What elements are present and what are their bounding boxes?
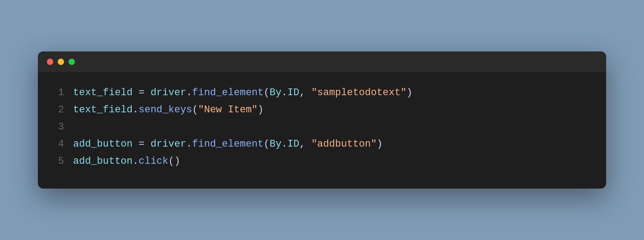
token-op: . <box>133 104 138 115</box>
code-line: 2text_field.send_keys("New Item") <box>51 102 593 119</box>
line-content: add_button = driver.find_element(By.ID, … <box>73 136 383 152</box>
token-var: text_field <box>73 104 133 115</box>
token-paren: ) <box>258 104 263 115</box>
line-number: 5 <box>51 153 64 169</box>
code-window: 1text_field = driver.find_element(By.ID,… <box>38 51 606 189</box>
token-str: "New Item" <box>198 104 258 115</box>
token-op: , <box>299 87 311 98</box>
token-var: add_button <box>73 156 133 167</box>
line-number: 3 <box>51 119 64 135</box>
token-var: add_button <box>73 138 133 150</box>
token-cls: ID <box>287 87 299 98</box>
maximize-button[interactable] <box>69 59 75 65</box>
token-op: . <box>281 87 287 98</box>
token-paren: ) <box>377 138 382 150</box>
token-cls: By <box>270 138 281 150</box>
token-paren: ( <box>264 87 270 98</box>
token-op: . <box>133 156 138 167</box>
line-content: text_field.send_keys("New Item") <box>73 102 264 118</box>
token-func: find_element <box>192 87 263 98</box>
token-str: "sampletodotext" <box>311 87 406 98</box>
line-number: 2 <box>51 102 64 118</box>
token-op: = <box>133 138 151 150</box>
token-str: "addbutton" <box>311 138 377 150</box>
code-line: 1text_field = driver.find_element(By.ID,… <box>51 85 593 102</box>
token-cls: By <box>270 87 281 98</box>
token-paren: ( <box>192 104 198 115</box>
code-line: 4add_button = driver.find_element(By.ID,… <box>51 136 593 153</box>
token-op: . <box>186 87 192 98</box>
token-paren: () <box>168 156 180 167</box>
token-paren: ( <box>264 138 270 150</box>
token-op: . <box>281 138 287 150</box>
token-paren: ) <box>406 87 412 98</box>
token-op: = <box>133 87 151 98</box>
token-var: driver <box>151 87 186 98</box>
line-number: 4 <box>51 136 64 152</box>
code-line: 3 <box>51 119 593 136</box>
token-var: driver <box>151 138 186 150</box>
line-content: add_button.click() <box>73 153 180 169</box>
minimize-button[interactable] <box>58 59 64 65</box>
code-line: 5add_button.click() <box>51 153 593 171</box>
token-cls: ID <box>287 138 299 150</box>
token-op: , <box>299 138 311 150</box>
line-number: 1 <box>51 85 64 101</box>
token-op: . <box>186 138 192 150</box>
token-func: click <box>138 156 168 167</box>
titlebar <box>38 51 606 72</box>
line-content: text_field = driver.find_element(By.ID, … <box>73 85 413 101</box>
code-editor: 1text_field = driver.find_element(By.ID,… <box>38 72 606 189</box>
token-func: send_keys <box>138 104 192 115</box>
token-var: text_field <box>73 87 133 98</box>
token-func: find_element <box>192 138 263 150</box>
close-button[interactable] <box>47 59 53 65</box>
